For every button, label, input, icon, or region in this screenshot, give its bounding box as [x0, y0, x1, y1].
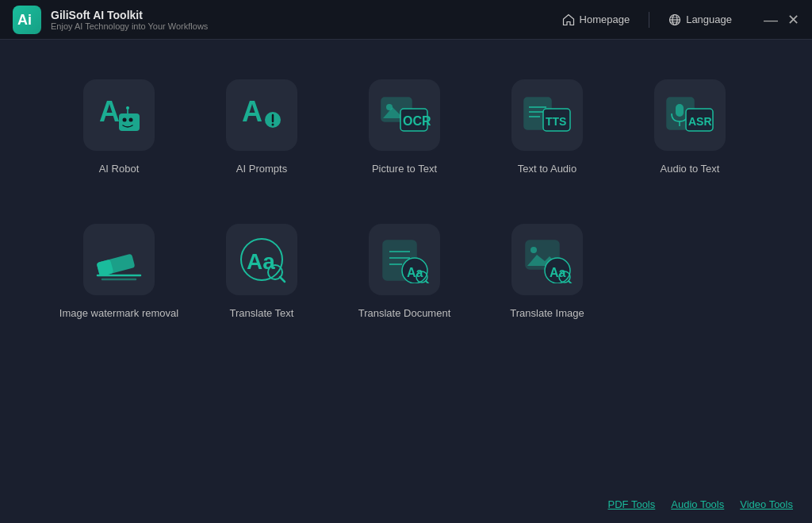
- tool-picture-to-text[interactable]: OCR Picture to Text: [333, 63, 476, 192]
- ai-robot-icon: A: [95, 91, 143, 139]
- ai-prompts-icon: A: [238, 91, 285, 139]
- title-bar-right: Homepage Language — ✕: [556, 10, 799, 29]
- svg-rect-7: [119, 113, 140, 131]
- pdf-tools-link[interactable]: PDF Tools: [608, 498, 656, 510]
- svg-line-52: [569, 281, 572, 283]
- svg-point-15: [272, 124, 274, 126]
- audio-to-text-label: Audio to Text: [661, 162, 720, 176]
- app-title: GiliSoft AI Toolkit: [51, 9, 208, 21]
- svg-point-48: [530, 247, 537, 253]
- tool-text-to-audio[interactable]: TTS Text to Audio: [476, 63, 619, 192]
- nav-divider: [649, 12, 649, 28]
- home-icon: [562, 13, 575, 26]
- translate-text-icon: Aa: [236, 236, 288, 283]
- tool-translate-document[interactable]: Aa Translate Document: [333, 208, 476, 336]
- tools-row-2: Image watermark removal Aa Translate Tex…: [48, 208, 764, 336]
- picture-to-text-icon-wrap: OCR: [369, 79, 440, 151]
- ai-robot-label: AI Robot: [99, 162, 140, 176]
- audio-to-text-icon: ASR: [664, 91, 716, 139]
- svg-text:A: A: [99, 95, 120, 128]
- svg-text:OCR: OCR: [403, 114, 431, 128]
- homepage-button[interactable]: Homepage: [556, 10, 637, 29]
- language-label: Language: [686, 13, 732, 25]
- app-subtitle: Enjoy AI Technology into Your Workflows: [51, 21, 208, 31]
- translate-text-icon-wrap: Aa: [226, 224, 297, 295]
- ai-prompts-icon-wrap: A: [226, 79, 297, 151]
- minimize-button[interactable]: —: [764, 13, 778, 27]
- svg-text:Aa: Aa: [247, 249, 275, 274]
- tool-translate-text[interactable]: Aa Translate Text: [190, 208, 333, 336]
- svg-line-46: [426, 281, 429, 283]
- homepage-label: Homepage: [580, 13, 630, 25]
- ai-robot-icon-wrap: A: [83, 79, 155, 151]
- language-button[interactable]: Language: [662, 10, 738, 29]
- window-controls: — ✕: [764, 13, 799, 27]
- svg-point-11: [126, 106, 129, 110]
- footer: PDF Tools Audio Tools Video Tools: [608, 498, 793, 510]
- tool-audio-to-text[interactable]: ASR Audio to Text: [619, 63, 761, 192]
- svg-text:Aa: Aa: [407, 266, 423, 279]
- picture-to-text-icon: OCR: [378, 91, 431, 139]
- globe-icon: [668, 13, 681, 26]
- svg-text:A: A: [242, 95, 262, 128]
- tool-ai-robot[interactable]: A AI Robot: [48, 63, 190, 192]
- audio-to-text-icon-wrap: ASR: [654, 79, 726, 151]
- svg-text:ASR: ASR: [688, 115, 712, 128]
- main-content: A AI Robot A: [0, 40, 812, 360]
- tool-translate-image[interactable]: Aa Translate Image: [476, 208, 619, 336]
- watermark-removal-icon: [91, 236, 147, 283]
- text-to-audio-label: Text to Audio: [518, 162, 576, 176]
- text-to-audio-icon-wrap: TTS: [511, 79, 583, 151]
- translate-image-label: Translate Image: [510, 306, 584, 321]
- svg-text:Aa: Aa: [550, 266, 566, 279]
- svg-rect-27: [676, 104, 684, 117]
- translate-image-icon: Aa: [521, 236, 573, 283]
- ai-prompts-label: AI Prompts: [236, 162, 287, 176]
- tool-image-watermark-removal[interactable]: Image watermark removal: [48, 208, 190, 336]
- title-bar: Ai GiliSoft AI Toolkit Enjoy AI Technolo…: [0, 0, 812, 40]
- close-button[interactable]: ✕: [787, 13, 799, 27]
- translate-document-label: Translate Document: [358, 306, 451, 321]
- text-to-audio-icon: TTS: [521, 91, 573, 139]
- tools-row-1: A AI Robot A: [48, 63, 764, 192]
- svg-point-9: [129, 118, 133, 122]
- translate-document-icon-wrap: Aa: [369, 224, 440, 295]
- translate-text-label: Translate Text: [230, 306, 294, 321]
- svg-line-38: [280, 277, 285, 282]
- app-logo: Ai: [13, 6, 41, 34]
- tool-ai-prompts[interactable]: A AI Prompts: [190, 63, 333, 192]
- translate-document-icon: Aa: [378, 236, 431, 283]
- image-watermark-removal-label: Image watermark removal: [59, 306, 178, 321]
- svg-text:TTS: TTS: [546, 115, 566, 128]
- video-tools-link[interactable]: Video Tools: [740, 498, 793, 510]
- audio-tools-link[interactable]: Audio Tools: [671, 498, 724, 510]
- svg-text:Ai: Ai: [17, 12, 32, 28]
- watermark-removal-icon-wrap: [83, 224, 155, 295]
- translate-image-icon-wrap: Aa: [511, 224, 583, 295]
- svg-point-8: [123, 118, 127, 122]
- picture-to-text-label: Picture to Text: [372, 162, 437, 176]
- app-title-group: GiliSoft AI Toolkit Enjoy AI Technology …: [51, 9, 208, 31]
